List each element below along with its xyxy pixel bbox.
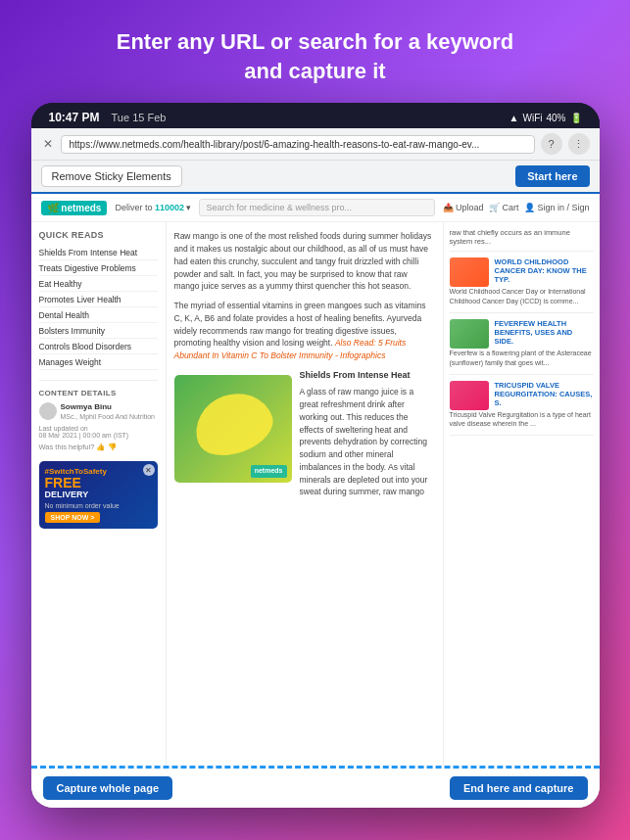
signin-action[interactable]: 👤 Sign in / Sign [524, 203, 589, 212]
last-updated: Last updated on 08 Mar 2021 | 00:00 am (… [39, 425, 158, 439]
tricuspid-card-image [450, 381, 489, 410]
time-display: 10:47 PM [49, 111, 100, 124]
quick-read-item-2[interactable]: Treats Digestive Problems [39, 260, 158, 276]
content-details: CONTENT DETAILS Sowmya Binu MSc., Mphil … [39, 380, 158, 451]
status-bar: 10:47 PM Tue 15 Feb ▲ WiFi 40% 🔋 [31, 103, 600, 128]
capture-bottom-bar: Capture whole page End here and capture [31, 766, 600, 808]
ad-free-label: FREE [45, 476, 152, 490]
article-card-1[interactable]: WORLD CHILDHOOD CANCER DAY: KNOW THE TYP… [450, 257, 594, 313]
end-here-capture-button[interactable]: End here and capture [450, 776, 587, 800]
signal-icon: ▲ [509, 113, 519, 123]
article-card-2[interactable]: FEVERFEW HEALTH BENEFITS, USES AND SIDE.… [450, 319, 594, 375]
article-card-3[interactable]: TRICUSPID VALVE REGURGITATION: CAUSES, S… [450, 381, 594, 437]
web-body: QUICK READS Shields From Intense Heat Tr… [31, 222, 600, 766]
feverfew-card-text: Feverfew is a flowering plant of the Ast… [450, 349, 594, 368]
feverfew-card-title: FEVERFEW HEALTH BENEFITS, USES AND SIDE. [495, 319, 594, 346]
quick-reads-title: QUICK READS [39, 230, 158, 240]
date-display: Tue 15 Feb [112, 112, 167, 123]
content-details-title: CONTENT DETAILS [39, 389, 158, 397]
tricuspid-card-title: TRICUSPID VALVE REGURGITATION: CAUSES, S… [495, 381, 594, 407]
url-display[interactable]: https://www.netmeds.com/health-library/p… [61, 135, 535, 154]
toolbar-bar: Remove Sticky Elements Start here [31, 161, 600, 194]
remove-sticky-button[interactable]: Remove Sticky Elements [41, 165, 182, 187]
right-intro-text: raw that chiefly occurs as an immune sys… [450, 228, 594, 252]
help-icon[interactable]: ? [541, 133, 562, 155]
upload-action[interactable]: 📤 Upload [443, 203, 484, 212]
header-text: Enter any URL or search for a keywordand… [77, 0, 554, 103]
cart-action[interactable]: 🛒 Cart [489, 203, 518, 212]
quick-read-item-6[interactable]: Bolsters Immunity [39, 323, 158, 339]
shop-now-button[interactable]: SHOP NOW > [45, 512, 101, 523]
netmeds-logo: 🌿 netmeds [41, 201, 108, 215]
wifi-icon: WiFi [522, 113, 542, 123]
status-icons: ▲ WiFi 40% 🔋 [509, 113, 582, 123]
main-content-area: Raw mango is one of the most relished fo… [167, 222, 443, 766]
helpful-row: Was this helpful? 👍 👎 [39, 443, 158, 451]
main-paragraph-1: Raw mango is one of the most relished fo… [174, 230, 435, 293]
device-frame: 10:47 PM Tue 15 Feb ▲ WiFi 40% 🔋 ✕ https… [31, 103, 600, 808]
author-meta: MSc., Mphil Food And Nutrition [61, 413, 156, 420]
web-content: 🌿 netmeds Deliver to 110002 ▾ Search for… [31, 194, 600, 808]
feverfew-card-image [450, 319, 489, 349]
cancer-card-title: WORLD CHILDHOOD CANCER DAY: KNOW THE TYP… [495, 257, 594, 284]
sidebar-ad: ✕ #SwitchToSafety FREE DELIVERY No minim… [39, 461, 158, 529]
browser-chrome: ✕ https://www.netmeds.com/health-library… [31, 128, 600, 194]
netmeds-header: 🌿 netmeds Deliver to 110002 ▾ Search for… [31, 194, 600, 222]
quick-read-item-8[interactable]: Manages Weight [39, 354, 158, 370]
header-actions: 📤 Upload 🛒 Cart 👤 Sign in / Sign [443, 203, 590, 212]
mango-image-logo: netmeds [251, 465, 287, 478]
mango-shape [186, 383, 280, 465]
battery-display: 40% [546, 113, 565, 123]
deliver-to-label: Deliver to 110002 ▾ [115, 203, 191, 212]
ad-min-order: No minimum order value [45, 502, 152, 509]
pincode[interactable]: 110002 [155, 203, 184, 212]
ad-delivery-label: DELIVERY [45, 490, 152, 499]
quick-read-item-3[interactable]: Eat Healthy [39, 276, 158, 292]
quick-read-item-7[interactable]: Controls Blood Disorders [39, 339, 158, 354]
browser-url-bar: ✕ https://www.netmeds.com/health-library… [31, 128, 600, 161]
author-name: Sowmya Binu [61, 402, 156, 411]
browser-close-icon[interactable]: ✕ [41, 137, 55, 151]
mango-image: netmeds [174, 375, 292, 483]
left-sidebar: QUICK READS Shields From Intense Heat Tr… [31, 222, 167, 766]
search-bar[interactable]: Search for medicine & wellness pro... [199, 199, 434, 216]
menu-icon[interactable]: ⋮ [568, 133, 590, 155]
battery-icon: 🔋 [570, 113, 582, 123]
author-avatar [39, 402, 57, 420]
cancer-card-image [450, 257, 489, 287]
ad-close-icon[interactable]: ✕ [143, 464, 155, 476]
browser-icons: ? ⋮ [541, 133, 590, 155]
quick-read-item-1[interactable]: Shields From Intense Heat [39, 245, 158, 260]
main-paragraph-2: The myriad of essential vitamins in gree… [174, 300, 435, 362]
start-here-button[interactable]: Start here [515, 165, 589, 187]
capture-whole-page-button[interactable]: Capture whole page [43, 776, 173, 800]
right-sidebar: raw that chiefly occurs as an immune sys… [443, 222, 600, 766]
quick-read-item-5[interactable]: Dental Health [39, 307, 158, 323]
tricuspid-card-text: Tricuspid Valve Regurgitation is a type … [450, 410, 594, 430]
quick-read-item-4[interactable]: Promotes Liver Health [39, 292, 158, 307]
cancer-card-text: World Childhood Cancer Day or Internatio… [450, 287, 594, 306]
